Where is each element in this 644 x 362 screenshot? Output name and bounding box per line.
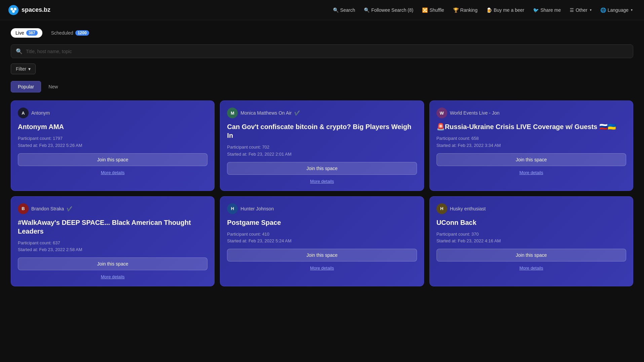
logo-text: spaces.bz <box>22 6 50 13</box>
logo[interactable]: spaces.bz <box>8 5 50 15</box>
card-host-4: B Brandon Straka ✔️ <box>18 203 207 214</box>
card-title-5: Postgame Space <box>227 218 417 227</box>
svg-point-1 <box>10 8 13 10</box>
avatar-5: H <box>227 203 238 214</box>
main-content: Live 387 Scheduled 1200 🔍 Filter ▾ Popul… <box>0 20 644 294</box>
join-button-5[interactable]: Join this space <box>227 249 417 262</box>
avatar-6: H <box>437 203 447 214</box>
sort-popular-label: Popular <box>18 84 34 89</box>
card-title-2: Can Gov't confiscate bitcoin & crypto? B… <box>227 122 417 140</box>
cards-grid: A Antonym Antonym AMA Participant count:… <box>11 100 633 286</box>
nav-other[interactable]: ☰ Other ▾ <box>566 5 595 15</box>
avatar-2: M <box>227 108 238 118</box>
beer-icon: 🍺 <box>486 7 492 13</box>
card-meta-6: Participant count: 370Started at: Feb 23… <box>437 231 626 245</box>
more-details-1[interactable]: More details <box>18 170 207 175</box>
avatar-4: B <box>18 203 29 214</box>
nav-ranking[interactable]: 🏆 Ranking <box>450 5 481 15</box>
header: spaces.bz 🔍 Search 🔍 Followee Search (8)… <box>0 0 644 20</box>
card-1: A Antonym Antonym AMA Participant count:… <box>11 100 215 191</box>
nav-search[interactable]: 🔍 Search <box>330 5 358 15</box>
nav-language[interactable]: 🌐 Language ▾ <box>597 5 636 15</box>
card-meta-5: Participant count: 410Started at: Feb 23… <box>227 231 417 245</box>
nav-share[interactable]: 🐦 Share me <box>530 5 564 15</box>
tab-live-label: Live <box>15 30 24 36</box>
card-meta-1: Participant count: 1797Started at: Feb 2… <box>18 135 207 149</box>
more-details-6[interactable]: More details <box>437 266 626 271</box>
card-meta-3: Participant count: 658Started at: Feb 23… <box>437 135 626 149</box>
avatar-3: W <box>437 108 447 118</box>
chevron-down-icon: ▾ <box>590 8 592 12</box>
join-button-1[interactable]: Join this space <box>18 153 207 166</box>
ranking-icon: 🏆 <box>453 7 459 13</box>
host-name-1: Antonym <box>31 110 50 116</box>
search-bar-icon: 🔍 <box>16 48 23 54</box>
other-icon: ☰ <box>570 7 574 13</box>
card-host-3: W World Events Live - Jon <box>437 108 626 118</box>
nav-followee-label: Followee Search (8) <box>371 7 413 13</box>
join-button-3[interactable]: Join this space <box>437 153 626 166</box>
nav-shuffle[interactable]: 🔀 Shuffle <box>419 5 447 15</box>
verified-icon-4: ✔️ <box>67 206 72 211</box>
language-chevron-icon: ▾ <box>631 8 633 12</box>
search-bar: 🔍 <box>11 44 633 58</box>
card-meta-2: Participant count: 702Started at: Feb 23… <box>227 144 417 158</box>
tabs-row: Live 387 Scheduled 1200 <box>11 28 633 38</box>
nav-search-label: Search <box>340 7 355 13</box>
host-name-5: Hunter Johnson <box>240 206 274 211</box>
card-2: M Monica Matthews On Air ✔️ Can Gov't co… <box>220 100 424 191</box>
more-details-4[interactable]: More details <box>18 274 207 279</box>
card-meta-4: Participant count: 637Started at: Feb 23… <box>18 240 207 254</box>
join-button-4[interactable]: Join this space <box>18 257 207 270</box>
more-details-5[interactable]: More details <box>227 266 417 271</box>
nav-ranking-label: Ranking <box>460 7 478 13</box>
nav-shuffle-label: Shuffle <box>429 7 444 13</box>
sort-tabs: Popular New <box>11 81 633 92</box>
tab-scheduled-badge: 1200 <box>75 30 89 36</box>
globe-icon: 🌐 <box>600 7 606 13</box>
share-icon: 🐦 <box>533 7 539 13</box>
card-3: W World Events Live - Jon 🚨Russia-Ukrain… <box>429 100 633 191</box>
tab-scheduled[interactable]: Scheduled 1200 <box>46 28 94 38</box>
followee-search-icon: 🔍 <box>364 7 370 13</box>
card-host-6: H Husky enthusiast <box>437 203 626 214</box>
filter-button[interactable]: Filter ▾ <box>11 64 36 74</box>
card-5: H Hunter Johnson Postgame Space Particip… <box>220 196 424 287</box>
sort-tab-new[interactable]: New <box>42 81 65 92</box>
svg-point-3 <box>12 10 15 13</box>
nav-buy-beer[interactable]: 🍺 Buy me a beer <box>483 5 528 15</box>
host-name-6: Husky enthusiast <box>450 206 486 211</box>
search-icon: 🔍 <box>333 7 339 13</box>
card-4: B Brandon Straka ✔️ #WalkAway's DEEP SPA… <box>11 196 215 287</box>
shuffle-icon: 🔀 <box>422 7 428 13</box>
card-host-2: M Monica Matthews On Air ✔️ <box>227 108 417 118</box>
more-details-3[interactable]: More details <box>437 170 626 175</box>
host-name-2: Monica Matthews On Air <box>240 110 292 116</box>
sort-tab-popular[interactable]: Popular <box>11 81 41 92</box>
card-6: H Husky enthusiast UConn Back Participan… <box>429 196 633 287</box>
card-title-3: 🚨Russia-Ukraine Crisis LIVE Coverage w/ … <box>437 122 626 131</box>
logo-icon <box>8 5 19 15</box>
nav-language-label: Language <box>608 7 629 13</box>
nav-followee-search[interactable]: 🔍 Followee Search (8) <box>361 5 417 15</box>
tab-live[interactable]: Live 387 <box>11 28 42 38</box>
nav-share-label: Share me <box>540 7 561 13</box>
card-host-5: H Hunter Johnson <box>227 203 417 214</box>
avatar-1: A <box>18 108 29 118</box>
host-name-4: Brandon Straka <box>31 206 64 211</box>
sort-new-label: New <box>48 84 58 89</box>
tab-scheduled-label: Scheduled <box>51 30 73 36</box>
join-button-2[interactable]: Join this space <box>227 162 417 175</box>
nav-other-label: Other <box>576 7 588 13</box>
tab-live-badge: 387 <box>26 30 38 36</box>
host-name-3: World Events Live - Jon <box>450 110 500 116</box>
search-input[interactable] <box>26 49 628 54</box>
nav: 🔍 Search 🔍 Followee Search (8) 🔀 Shuffle… <box>330 5 636 15</box>
filter-row: Filter ▾ <box>11 64 633 74</box>
filter-chevron-icon: ▾ <box>28 66 31 72</box>
card-title-6: UConn Back <box>437 218 626 227</box>
nav-beer-label: Buy me a beer <box>494 7 524 13</box>
more-details-2[interactable]: More details <box>227 179 417 184</box>
join-button-6[interactable]: Join this space <box>437 249 626 262</box>
svg-point-2 <box>14 8 16 10</box>
